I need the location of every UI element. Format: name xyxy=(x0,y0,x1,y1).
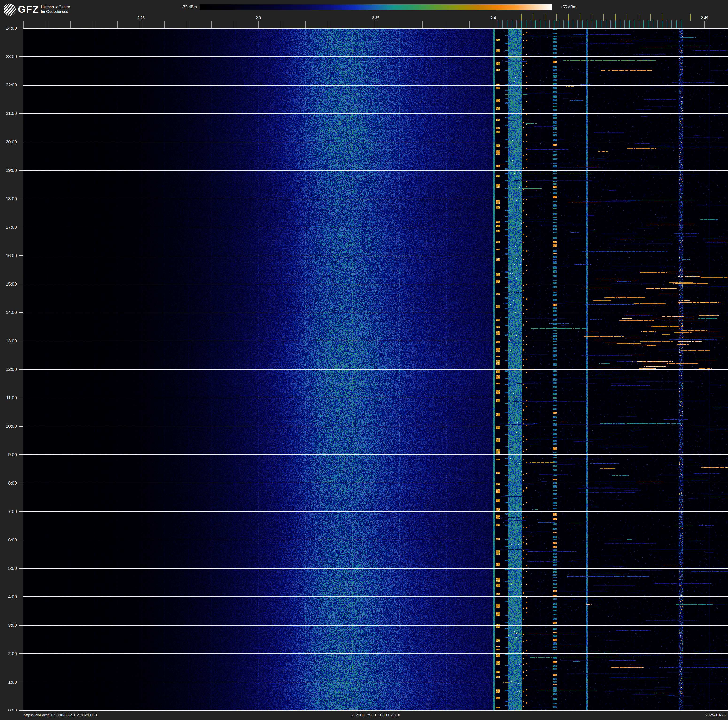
ble-channel-tick xyxy=(657,20,658,28)
time-axis-label: 20:00 xyxy=(0,139,17,144)
freq-tick-minor xyxy=(352,21,352,28)
ble-channel-tick xyxy=(540,20,540,28)
spectrogram-plot xyxy=(23,28,728,711)
date-text: 2025-10-26 xyxy=(705,711,726,720)
time-axis-tick xyxy=(19,540,23,540)
ble-channel-tick xyxy=(578,20,578,28)
ble-channel-tick xyxy=(634,20,634,28)
time-axis-label: 18:00 xyxy=(0,196,17,201)
ble-channel-tick xyxy=(624,20,625,28)
frequency-axis: 2.252.32.352.42.49 xyxy=(0,0,728,28)
wifi-channel-tick xyxy=(615,14,615,21)
time-axis-label: 11:00 xyxy=(0,395,17,400)
ble-channel-tick xyxy=(601,20,601,28)
wifi-channel-tick xyxy=(650,14,651,21)
wifi-channel-tick xyxy=(627,14,627,21)
ble-channel-tick xyxy=(643,20,644,28)
time-axis-tick xyxy=(19,511,23,512)
time-axis-tick xyxy=(19,369,23,370)
freq-tick-minor xyxy=(470,21,470,28)
time-axis-label: 2:00 xyxy=(0,651,17,656)
ble-channel-tick xyxy=(544,20,545,28)
freq-tick-minor xyxy=(141,21,141,28)
freq-tick-minor xyxy=(47,21,47,28)
ble-channel-tick xyxy=(559,20,559,28)
spectrogram-page: GFZ Helmholtz Centre for Geosciences -75… xyxy=(0,0,728,720)
time-axis-label: 15:00 xyxy=(0,282,17,287)
freq-tick-minor xyxy=(329,21,329,28)
freq-axis-label: 2.35 xyxy=(372,16,379,20)
time-axis-label: 16:00 xyxy=(0,253,17,258)
time-axis-tick xyxy=(19,597,23,597)
wifi-channel-tick xyxy=(639,14,639,21)
freq-tick-minor xyxy=(446,21,447,28)
time-axis-label: 5:00 xyxy=(0,566,17,571)
ble-channel-tick xyxy=(563,20,564,28)
ble-channel-tick xyxy=(639,20,639,28)
time-axis-tick xyxy=(19,625,23,625)
freq-axis-label: 2.3 xyxy=(256,16,261,20)
ble-channel-tick xyxy=(662,20,662,28)
time-axis-tick xyxy=(19,170,23,171)
freq-tick-minor xyxy=(305,21,306,28)
footer: https://doi.org/10.5880/GFZ.1.2.2024.003… xyxy=(0,711,728,720)
wifi-channel-tick xyxy=(603,14,604,21)
ble-channel-tick xyxy=(512,20,512,28)
time-axis-label: 22:00 xyxy=(0,83,17,88)
time-axis-label: 4:00 xyxy=(0,594,17,599)
time-axis-tick xyxy=(19,57,23,57)
wifi-channel-tick xyxy=(690,14,691,21)
time-axis-label: 13:00 xyxy=(0,339,17,343)
freq-tick-minor xyxy=(376,21,376,28)
freq-tick-minor xyxy=(117,21,118,28)
ble-channel-tick xyxy=(549,20,550,28)
time-axis-label: 23:00 xyxy=(0,54,17,59)
freq-tick-minor xyxy=(493,21,493,28)
time-axis-label: 17:00 xyxy=(0,225,17,230)
freq-tick-minor xyxy=(399,21,399,28)
freq-tick-minor xyxy=(704,21,705,28)
time-axis-label: 12:00 xyxy=(0,367,17,372)
freq-tick-minor xyxy=(235,21,235,28)
time-axis-label: 8:00 xyxy=(0,481,17,486)
time-axis-label: 19:00 xyxy=(0,168,17,173)
time-axis-label: 3:00 xyxy=(0,623,17,628)
ble-channel-tick xyxy=(648,20,648,28)
time-axis-tick xyxy=(19,341,23,341)
wifi-channel-tick xyxy=(580,14,580,21)
ble-channel-tick xyxy=(587,20,587,28)
freq-tick-minor xyxy=(211,21,212,28)
time-axis: 24:0023:0022:0021:0020:0019:0018:0017:00… xyxy=(0,0,23,720)
wifi-channel-tick xyxy=(662,14,662,21)
ble-channel-tick xyxy=(671,20,672,28)
wifi-channel-tick xyxy=(533,14,533,21)
time-axis-label: 1:00 xyxy=(0,680,17,685)
ble-channel-tick xyxy=(620,20,620,28)
ble-channel-tick xyxy=(554,20,554,28)
wifi-channel-tick xyxy=(568,14,569,21)
ble-channel-tick xyxy=(573,20,573,28)
time-axis-tick xyxy=(19,312,23,313)
ble-channel-tick xyxy=(610,20,611,28)
time-axis-tick xyxy=(19,28,23,28)
ble-channel-tick xyxy=(606,20,606,28)
ble-channel-tick xyxy=(629,20,630,28)
freq-axis-label: 2.49 xyxy=(701,16,708,20)
ble-channel-tick xyxy=(681,20,681,28)
ble-channel-tick xyxy=(521,20,522,28)
freq-tick-minor xyxy=(188,21,188,28)
time-axis-label: 7:00 xyxy=(0,509,17,514)
ble-channel-tick xyxy=(526,20,526,28)
freq-tick-minor xyxy=(164,21,165,28)
time-axis-label: 14:00 xyxy=(0,310,17,315)
time-axis-label: 6:00 xyxy=(0,538,17,542)
ble-channel-tick xyxy=(582,20,583,28)
ble-channel-tick xyxy=(535,20,536,28)
time-axis-tick xyxy=(19,256,23,256)
time-axis-tick xyxy=(19,284,23,284)
time-axis-tick xyxy=(19,682,23,682)
time-axis-tick xyxy=(19,227,23,227)
ble-channel-tick xyxy=(596,20,597,28)
freq-tick-minor xyxy=(70,21,71,28)
ble-channel-tick xyxy=(498,20,498,28)
